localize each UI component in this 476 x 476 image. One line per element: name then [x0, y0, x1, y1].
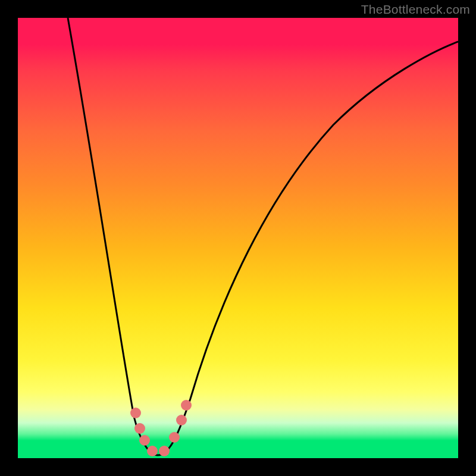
curve-marker — [181, 400, 192, 411]
curve-marker — [139, 435, 150, 446]
curve-markers — [130, 400, 192, 456]
curve-marker — [134, 423, 145, 434]
curve-marker — [147, 446, 158, 456]
chart-area — [18, 18, 458, 458]
bottleneck-curve-path — [68, 18, 458, 455]
bottleneck-curve-svg — [18, 18, 458, 458]
curve-marker — [159, 446, 170, 456]
curve-marker — [130, 408, 141, 418]
watermark-text: TheBottleneck.com — [361, 2, 470, 17]
curve-marker — [169, 432, 180, 443]
curve-marker — [176, 415, 187, 425]
